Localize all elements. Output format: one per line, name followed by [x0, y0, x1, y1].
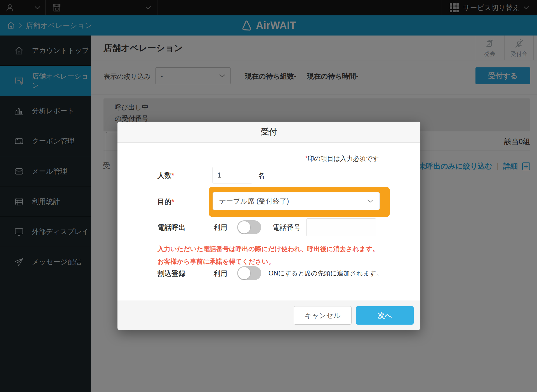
modal-footer: キャンセル 次へ: [117, 301, 420, 330]
people-count-input[interactable]: [213, 167, 252, 183]
phone-number-input[interactable]: [306, 218, 376, 236]
required-note: *印の項目は入力必須です: [305, 154, 379, 163]
people-label: 人数*: [157, 171, 174, 180]
purpose-label-text: 目的: [157, 198, 171, 206]
airwait-admin-page: サービス切り替え 店舗オペレーション AirWAIT: [0, 0, 537, 392]
modal-title: 受付: [117, 122, 420, 143]
purpose-label: 目的*: [157, 197, 174, 206]
toggle-knob: [238, 267, 250, 279]
next-button[interactable]: 次へ: [356, 306, 414, 325]
phone-warning-line1: 入力いただいた電話番号は呼出の際にだけ使われ、呼出後に消去されます。: [157, 245, 379, 253]
interrupt-hint: ONにすると席の先頭に追加されます。: [268, 269, 383, 278]
phone-number-label: 電話番号: [273, 223, 301, 232]
phone-warning-line2: お客様から事前に承諾を得てください。: [157, 257, 275, 266]
phone-call-toggle[interactable]: [237, 220, 261, 234]
interrupt-use-label: 利用: [213, 269, 227, 278]
purpose-selected-value: テーブル席 (受付終了): [219, 197, 289, 206]
people-unit: 名: [258, 171, 265, 180]
cancel-button[interactable]: キャンセル: [294, 306, 352, 325]
people-required-asterisk: *: [171, 171, 174, 179]
people-label-text: 人数: [157, 171, 171, 179]
phone-use-label: 利用: [213, 223, 227, 232]
reception-modal: 受付 *印の項目は入力必須です 人数* 名 目的* テーブル席 (受付終了) 電…: [117, 122, 420, 330]
required-note-text: 印の項目は入力必須です: [308, 155, 379, 162]
purpose-required-asterisk: *: [171, 198, 174, 206]
purpose-select[interactable]: テーブル席 (受付終了): [213, 192, 380, 210]
required-asterisk: *: [305, 155, 308, 162]
interrupt-label: 割込登録: [157, 269, 185, 278]
toggle-knob: [238, 221, 250, 233]
interrupt-toggle[interactable]: [237, 266, 261, 280]
chevron-down-icon: [367, 199, 373, 203]
phone-call-label: 電話呼出: [157, 223, 185, 232]
